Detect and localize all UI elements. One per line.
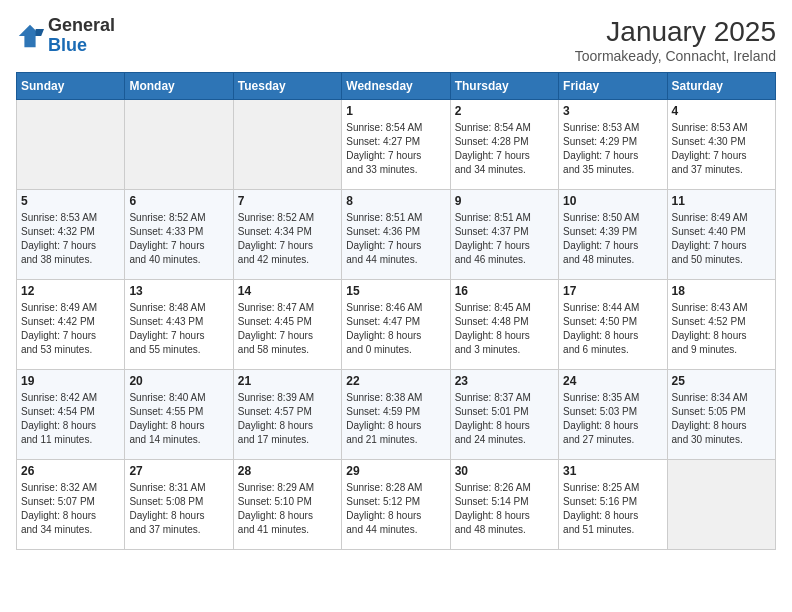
day-cell: 21Sunrise: 8:39 AM Sunset: 4:57 PM Dayli… (233, 370, 341, 460)
day-cell: 1Sunrise: 8:54 AM Sunset: 4:27 PM Daylig… (342, 100, 450, 190)
day-number: 31 (563, 464, 662, 478)
day-number: 15 (346, 284, 445, 298)
day-number: 1 (346, 104, 445, 118)
day-cell: 28Sunrise: 8:29 AM Sunset: 5:10 PM Dayli… (233, 460, 341, 550)
day-number: 10 (563, 194, 662, 208)
header: General Blue January 2025 Toormakeady, C… (16, 16, 776, 64)
day-cell: 27Sunrise: 8:31 AM Sunset: 5:08 PM Dayli… (125, 460, 233, 550)
day-info: Sunrise: 8:46 AM Sunset: 4:47 PM Dayligh… (346, 301, 445, 357)
week-row-1: 1Sunrise: 8:54 AM Sunset: 4:27 PM Daylig… (17, 100, 776, 190)
day-cell: 13Sunrise: 8:48 AM Sunset: 4:43 PM Dayli… (125, 280, 233, 370)
day-cell: 7Sunrise: 8:52 AM Sunset: 4:34 PM Daylig… (233, 190, 341, 280)
day-info: Sunrise: 8:49 AM Sunset: 4:40 PM Dayligh… (672, 211, 771, 267)
calendar-subtitle: Toormakeady, Connacht, Ireland (575, 48, 776, 64)
day-info: Sunrise: 8:52 AM Sunset: 4:33 PM Dayligh… (129, 211, 228, 267)
day-cell (125, 100, 233, 190)
day-info: Sunrise: 8:50 AM Sunset: 4:39 PM Dayligh… (563, 211, 662, 267)
week-row-3: 12Sunrise: 8:49 AM Sunset: 4:42 PM Dayli… (17, 280, 776, 370)
header-cell-saturday: Saturday (667, 73, 775, 100)
day-number: 13 (129, 284, 228, 298)
day-number: 14 (238, 284, 337, 298)
day-info: Sunrise: 8:26 AM Sunset: 5:14 PM Dayligh… (455, 481, 554, 537)
day-cell: 19Sunrise: 8:42 AM Sunset: 4:54 PM Dayli… (17, 370, 125, 460)
day-info: Sunrise: 8:48 AM Sunset: 4:43 PM Dayligh… (129, 301, 228, 357)
day-cell: 10Sunrise: 8:50 AM Sunset: 4:39 PM Dayli… (559, 190, 667, 280)
day-number: 24 (563, 374, 662, 388)
logo-blue: Blue (48, 36, 115, 56)
day-number: 8 (346, 194, 445, 208)
day-cell: 29Sunrise: 8:28 AM Sunset: 5:12 PM Dayli… (342, 460, 450, 550)
day-info: Sunrise: 8:40 AM Sunset: 4:55 PM Dayligh… (129, 391, 228, 447)
header-cell-thursday: Thursday (450, 73, 558, 100)
day-number: 7 (238, 194, 337, 208)
day-number: 6 (129, 194, 228, 208)
day-cell: 9Sunrise: 8:51 AM Sunset: 4:37 PM Daylig… (450, 190, 558, 280)
header-row: SundayMondayTuesdayWednesdayThursdayFrid… (17, 73, 776, 100)
day-cell: 3Sunrise: 8:53 AM Sunset: 4:29 PM Daylig… (559, 100, 667, 190)
day-number: 29 (346, 464, 445, 478)
day-number: 2 (455, 104, 554, 118)
day-info: Sunrise: 8:51 AM Sunset: 4:36 PM Dayligh… (346, 211, 445, 267)
day-info: Sunrise: 8:35 AM Sunset: 5:03 PM Dayligh… (563, 391, 662, 447)
day-info: Sunrise: 8:53 AM Sunset: 4:30 PM Dayligh… (672, 121, 771, 177)
day-cell: 4Sunrise: 8:53 AM Sunset: 4:30 PM Daylig… (667, 100, 775, 190)
day-number: 22 (346, 374, 445, 388)
header-cell-friday: Friday (559, 73, 667, 100)
day-number: 25 (672, 374, 771, 388)
day-cell (233, 100, 341, 190)
day-info: Sunrise: 8:25 AM Sunset: 5:16 PM Dayligh… (563, 481, 662, 537)
day-cell: 5Sunrise: 8:53 AM Sunset: 4:32 PM Daylig… (17, 190, 125, 280)
day-number: 18 (672, 284, 771, 298)
title-area: January 2025 Toormakeady, Connacht, Irel… (575, 16, 776, 64)
header-cell-monday: Monday (125, 73, 233, 100)
day-cell: 25Sunrise: 8:34 AM Sunset: 5:05 PM Dayli… (667, 370, 775, 460)
day-info: Sunrise: 8:53 AM Sunset: 4:32 PM Dayligh… (21, 211, 120, 267)
day-cell: 22Sunrise: 8:38 AM Sunset: 4:59 PM Dayli… (342, 370, 450, 460)
day-info: Sunrise: 8:29 AM Sunset: 5:10 PM Dayligh… (238, 481, 337, 537)
day-number: 12 (21, 284, 120, 298)
day-cell: 12Sunrise: 8:49 AM Sunset: 4:42 PM Dayli… (17, 280, 125, 370)
day-info: Sunrise: 8:44 AM Sunset: 4:50 PM Dayligh… (563, 301, 662, 357)
day-cell: 26Sunrise: 8:32 AM Sunset: 5:07 PM Dayli… (17, 460, 125, 550)
day-cell: 20Sunrise: 8:40 AM Sunset: 4:55 PM Dayli… (125, 370, 233, 460)
day-cell: 31Sunrise: 8:25 AM Sunset: 5:16 PM Dayli… (559, 460, 667, 550)
header-cell-tuesday: Tuesday (233, 73, 341, 100)
day-cell: 11Sunrise: 8:49 AM Sunset: 4:40 PM Dayli… (667, 190, 775, 280)
header-cell-sunday: Sunday (17, 73, 125, 100)
day-info: Sunrise: 8:51 AM Sunset: 4:37 PM Dayligh… (455, 211, 554, 267)
day-number: 3 (563, 104, 662, 118)
day-info: Sunrise: 8:38 AM Sunset: 4:59 PM Dayligh… (346, 391, 445, 447)
day-info: Sunrise: 8:34 AM Sunset: 5:05 PM Dayligh… (672, 391, 771, 447)
day-info: Sunrise: 8:43 AM Sunset: 4:52 PM Dayligh… (672, 301, 771, 357)
day-number: 28 (238, 464, 337, 478)
day-info: Sunrise: 8:42 AM Sunset: 4:54 PM Dayligh… (21, 391, 120, 447)
day-info: Sunrise: 8:52 AM Sunset: 4:34 PM Dayligh… (238, 211, 337, 267)
day-cell: 18Sunrise: 8:43 AM Sunset: 4:52 PM Dayli… (667, 280, 775, 370)
day-number: 17 (563, 284, 662, 298)
day-info: Sunrise: 8:32 AM Sunset: 5:07 PM Dayligh… (21, 481, 120, 537)
day-info: Sunrise: 8:39 AM Sunset: 4:57 PM Dayligh… (238, 391, 337, 447)
day-number: 27 (129, 464, 228, 478)
day-cell: 30Sunrise: 8:26 AM Sunset: 5:14 PM Dayli… (450, 460, 558, 550)
day-number: 11 (672, 194, 771, 208)
day-number: 20 (129, 374, 228, 388)
week-row-4: 19Sunrise: 8:42 AM Sunset: 4:54 PM Dayli… (17, 370, 776, 460)
day-info: Sunrise: 8:45 AM Sunset: 4:48 PM Dayligh… (455, 301, 554, 357)
header-cell-wednesday: Wednesday (342, 73, 450, 100)
day-cell: 2Sunrise: 8:54 AM Sunset: 4:28 PM Daylig… (450, 100, 558, 190)
day-info: Sunrise: 8:47 AM Sunset: 4:45 PM Dayligh… (238, 301, 337, 357)
day-number: 23 (455, 374, 554, 388)
logo-general: General (48, 16, 115, 36)
day-cell: 16Sunrise: 8:45 AM Sunset: 4:48 PM Dayli… (450, 280, 558, 370)
day-info: Sunrise: 8:49 AM Sunset: 4:42 PM Dayligh… (21, 301, 120, 357)
logo-icon (16, 22, 44, 50)
day-cell: 15Sunrise: 8:46 AM Sunset: 4:47 PM Dayli… (342, 280, 450, 370)
calendar-table: SundayMondayTuesdayWednesdayThursdayFrid… (16, 72, 776, 550)
day-info: Sunrise: 8:53 AM Sunset: 4:29 PM Dayligh… (563, 121, 662, 177)
day-number: 9 (455, 194, 554, 208)
day-number: 16 (455, 284, 554, 298)
day-cell: 8Sunrise: 8:51 AM Sunset: 4:36 PM Daylig… (342, 190, 450, 280)
calendar-header: SundayMondayTuesdayWednesdayThursdayFrid… (17, 73, 776, 100)
day-number: 19 (21, 374, 120, 388)
day-info: Sunrise: 8:54 AM Sunset: 4:27 PM Dayligh… (346, 121, 445, 177)
